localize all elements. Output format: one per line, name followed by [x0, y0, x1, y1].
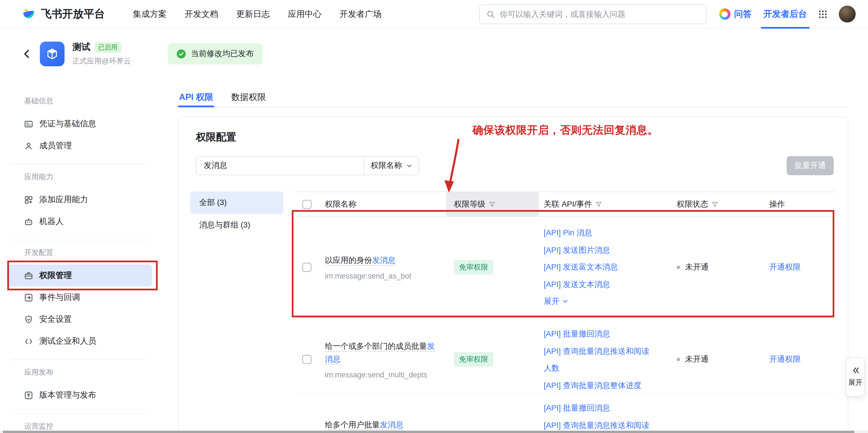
permission-level-cell: 免审权限 [446, 352, 539, 367]
level-tag: 免审权限 [454, 352, 493, 367]
api-list-cell: [API] 批量撤回消息 [API] 查询批量消息推送和阅读人数 [API] 查… [539, 318, 672, 401]
tab-data-permissions[interactable]: 数据权限 [230, 88, 267, 107]
permission-level-cell: 免审权限 [446, 260, 539, 275]
table-row: 以应用的身份发消息 im:message:send_as_bot 免审权限 [A… [295, 217, 835, 318]
sidebar-section-dev-config: 开发配置 [0, 248, 159, 258]
col-header-name: 权限名称 [320, 199, 446, 209]
person-icon [24, 141, 33, 150]
dev-console-link[interactable]: 开发者后台 [763, 0, 807, 28]
app-name: 测试 [72, 41, 90, 53]
api-link[interactable]: [API] Pin 消息 [544, 224, 655, 241]
sidebar-item-version-release[interactable]: 版本管理与发布 [7, 384, 152, 406]
page: 飞书开放平台 集成方案 开发文档 更新日志 应用中心 开发者广场 问答 开发者后… [0, 0, 868, 433]
upload-square-icon [24, 391, 33, 400]
sidebar-item-bot[interactable]: 机器人 [7, 211, 152, 232]
api-link[interactable]: [API] 查询批量消息推送和阅读人数 [544, 342, 655, 377]
sidebar-item-members[interactable]: 成员管理 [7, 135, 152, 157]
category-all[interactable]: 全部 (3) [190, 192, 283, 214]
col-header-action: 操作 [764, 199, 835, 209]
chevron-down-icon [406, 163, 412, 169]
permission-code: im:message:send_multi_depts [325, 371, 439, 379]
horizontal-scrollbar [0, 430, 868, 433]
sidebar-item-test-company[interactable]: 测试企业和人员 [7, 330, 152, 352]
app-subtitle: 正式应用@环界云 [72, 56, 131, 66]
shield-icon [24, 315, 33, 324]
app-icon [40, 41, 64, 66]
global-search[interactable] [479, 4, 707, 24]
sidebar-divider [11, 359, 148, 360]
sidebar-section-basic-info: 基础信息 [0, 96, 159, 106]
app-meta: 测试 已启用 正式应用@环界云 [72, 41, 131, 66]
sidebar-item-events[interactable]: 事件与回调 [7, 286, 152, 308]
filter-icon[interactable] [489, 201, 495, 207]
category-message-group[interactable]: 消息与群组 (3) [190, 214, 283, 236]
scrollbar-thumb[interactable] [3, 431, 855, 433]
api-link[interactable]: [API] 发送文本消息 [544, 276, 655, 293]
top-nav: 飞书开放平台 集成方案 开发文档 更新日志 应用中心 开发者广场 问答 开发者后… [0, 0, 868, 29]
tabs-row: API 权限 数据权限 [178, 88, 848, 107]
row-checkbox[interactable] [303, 355, 311, 364]
status-dot-icon [677, 265, 680, 269]
publish-status-banner: 当前修改均已发布 [168, 43, 262, 65]
status-dot-icon [677, 358, 680, 361]
api-link[interactable]: [API] 批量撤回消息 [544, 399, 655, 416]
permission-code: im:message:send_as_bot [325, 272, 439, 280]
select-all-checkbox[interactable] [303, 200, 311, 209]
row-checkbox[interactable] [303, 263, 311, 271]
enable-permission-link[interactable]: 开通权限 [764, 354, 835, 365]
bulk-enable-button[interactable]: 批量开通 [787, 156, 834, 175]
api-link[interactable]: [API] 发送图片消息 [544, 241, 655, 259]
permission-config-card: 权限配置 权限名称 批量开通 全部 (3) 消息与群组 (3) [178, 116, 848, 433]
nav-item-dev-plaza[interactable]: 开发者广场 [339, 9, 381, 19]
sidebar-item-permissions[interactable]: 权限管理 [7, 264, 152, 286]
nav-item-docs[interactable]: 开发文档 [185, 9, 218, 19]
publish-status-text: 当前修改均已发布 [191, 49, 254, 59]
api-link[interactable]: [API] 批量撤回消息 [544, 325, 655, 342]
avatar[interactable] [839, 6, 856, 23]
api-link[interactable]: [API] 查询批量消息整体进度 [544, 377, 655, 394]
search-type-select[interactable]: 权限名称 [364, 157, 418, 175]
enable-permission-link[interactable]: 开通权限 [764, 262, 835, 272]
search-input[interactable] [500, 9, 700, 19]
nav-item-changelog[interactable]: 更新日志 [236, 9, 270, 19]
permission-name-cell: 给一个或多个部门的成员批量发消息 im:message:send_multi_d… [320, 340, 446, 379]
permission-status-cell: 未开通 [672, 262, 764, 272]
filter-icon[interactable] [596, 201, 602, 207]
expand-apis-link[interactable]: 展开 [544, 293, 655, 310]
sidebar-divider [11, 413, 148, 414]
sidebar-divider [11, 240, 148, 240]
sidebar-item-security[interactable]: 安全设置 [7, 308, 152, 330]
robot-icon [24, 217, 33, 226]
sidebar-section-release: 应用发布 [0, 367, 159, 377]
id-card-icon [24, 119, 33, 128]
sidebar: 基础信息 凭证与基础信息 成员管理 应用能力 添加应用能力 机器人 开发配置 权… [0, 79, 159, 433]
filter-row: 权限名称 批量开通 [196, 156, 834, 175]
nav-item-app-center[interactable]: 应用中心 [288, 9, 321, 19]
permission-table: 权限名称 权限等级 关联 API/事件 权限状态 [295, 192, 835, 433]
permission-search-input[interactable] [196, 161, 364, 170]
expand-panel-button[interactable]: 展开 [846, 357, 865, 397]
col-header-status: 权限状态 [672, 199, 764, 209]
sidebar-item-add-capability[interactable]: 添加应用能力 [7, 189, 152, 211]
feishu-logo-icon [21, 7, 36, 21]
col-header-level: 权限等级 [446, 192, 539, 216]
apps-grid-icon[interactable] [818, 9, 828, 19]
tab-api-permissions[interactable]: API 权限 [178, 88, 214, 107]
expand-label: 展开 [848, 378, 862, 387]
code-icon [24, 337, 33, 346]
check-circle-icon [177, 50, 186, 58]
sidebar-item-credentials[interactable]: 凭证与基础信息 [7, 113, 152, 135]
api-link[interactable]: [API] 发送富文本消息 [544, 259, 655, 276]
level-tag: 免审权限 [454, 260, 493, 275]
grid-plus-icon [24, 195, 33, 204]
primary-nav: 集成方案 开发文档 更新日志 应用中心 开发者广场 [133, 9, 381, 19]
back-button[interactable] [21, 48, 33, 60]
double-chevron-left-icon [851, 367, 859, 374]
main-content: API 权限 数据权限 权限配置 权限名称 批量开通 全 [159, 79, 868, 433]
logo-text: 飞书开放平台 [41, 7, 105, 21]
qa-link[interactable]: 问答 [719, 8, 751, 20]
permission-name-cell: 给多个用户批量发消息 [320, 394, 446, 431]
nav-item-integration[interactable]: 集成方案 [133, 9, 167, 19]
filter-icon[interactable] [711, 201, 718, 207]
feishu-logo[interactable]: 飞书开放平台 [21, 7, 105, 21]
